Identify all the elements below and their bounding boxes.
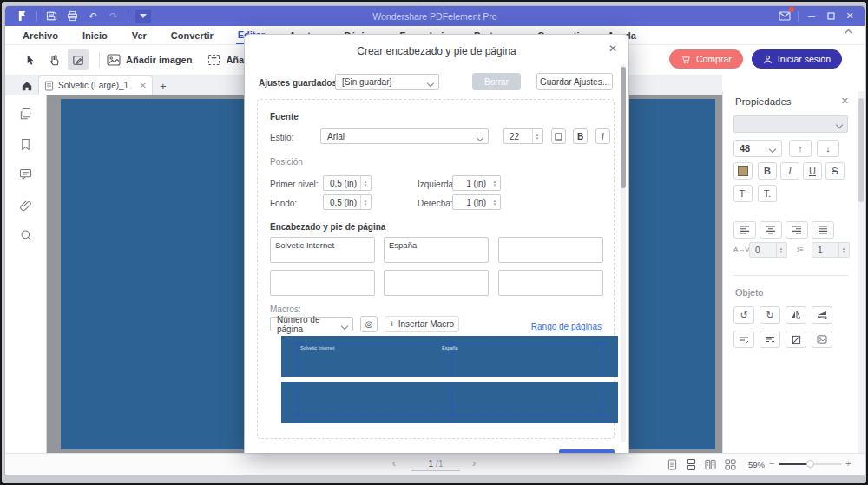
continuous-view-icon[interactable] [684,458,698,471]
macro-select[interactable]: Número de página [270,317,353,331]
left-input[interactable]: 1 (in) ▴▾ [452,175,501,191]
grid-view-icon[interactable] [723,458,737,471]
zoom-out-icon[interactable]: − [769,458,774,469]
first-level-input[interactable]: 0,5 (in) ▴▾ [323,175,372,191]
macro-settings-icon[interactable]: ◎ [360,316,378,332]
close-tab-icon[interactable]: ✕ [140,81,147,90]
header-center-cell[interactable]: España [384,237,489,263]
stepper-arrows[interactable]: ▴▾ [360,176,370,190]
zoom-in-icon[interactable]: + [845,458,851,469]
menu-ver[interactable]: Ver [130,28,148,43]
align-objects-dropdown-icon[interactable] [733,331,754,348]
save-settings-button[interactable]: Guardar Ajustes... [536,73,613,90]
replace-image-icon[interactable] [812,331,832,348]
dialog-content-box: Fuente Estilo: Arial 22 ▴▾ B I Posición … [257,99,615,439]
close-properties-icon[interactable]: ✕ [841,95,849,107]
letter-spacing-input[interactable]: 0 ▴▾ [749,242,787,258]
align-center-button[interactable] [760,221,782,239]
bookmarks-icon[interactable] [16,134,36,154]
document-scrollbar[interactable] [858,91,865,453]
font-color-button[interactable] [733,162,753,180]
right-input[interactable]: 1 (in) ▴▾ [452,194,501,210]
underline-button[interactable]: U [803,162,822,180]
stepper-arrows[interactable]: ▴▾ [776,243,786,257]
menu-inicio[interactable]: Inicio [81,28,109,43]
italic-button[interactable]: I [780,162,799,180]
bottom-input[interactable]: 0,5 (in) ▴▾ [323,194,372,210]
rotate-left-icon[interactable]: ↺ [733,306,754,324]
close-button[interactable]: ✕ [840,8,859,25]
footer-right-cell[interactable] [498,270,603,296]
footer-left-cell[interactable] [270,270,375,296]
add-image-button[interactable]: Añadir imagen [107,54,192,66]
zoom-slider-thumb[interactable] [806,460,814,468]
stepper-arrows[interactable]: ▴▾ [532,129,542,143]
minimize-button[interactable]: ─ [802,8,821,25]
insert-macro-button[interactable]: + Insertar Macro [385,316,459,332]
dialog-scrollbar[interactable] [621,64,626,442]
scrollbar-thumb[interactable] [858,98,864,202]
buy-button[interactable]: Comprar [669,49,743,69]
two-page-view-icon[interactable] [703,458,717,471]
next-page-icon[interactable]: › [472,457,476,469]
crop-icon[interactable] [786,331,806,348]
rotate-right-icon[interactable]: ↻ [760,306,780,324]
collapse-ribbon-icon[interactable] [845,29,852,34]
font-color-button[interactable] [551,128,566,144]
menu-archivo[interactable]: Archivo [21,28,60,43]
search-icon[interactable] [16,226,36,245]
redo-icon[interactable]: ↷ [106,9,122,24]
attachments-icon[interactable] [16,195,36,214]
superscript-button[interactable]: T' [733,185,753,202]
dialog-scrollbar-thumb[interactable] [621,67,626,188]
new-tab-button[interactable]: + [160,80,167,95]
font-size-select[interactable]: 48 [733,140,782,157]
increase-size-button[interactable]: ↑ [789,140,812,157]
dialog-close-icon[interactable]: ✕ [608,43,617,55]
home-icon[interactable] [16,75,38,95]
font-size-input[interactable]: 22 ▴▾ [503,128,543,144]
print-icon[interactable] [64,9,80,24]
edit-tool-icon[interactable] [68,49,89,70]
distribute-objects-dropdown-icon[interactable] [760,331,780,348]
subscript-button[interactable]: T. [758,185,777,202]
flip-vertical-icon[interactable] [812,306,832,324]
stepper-arrows[interactable]: ▴▾ [490,176,499,190]
align-justify-button[interactable] [812,221,834,239]
align-right-button[interactable] [786,221,808,239]
font-style-select[interactable]: Arial [320,128,489,144]
saved-settings-select[interactable]: [Sin guardar] [335,74,439,90]
font-italic-button[interactable]: I [595,128,610,144]
page-number-input[interactable]: 1 /1 [411,457,460,471]
single-page-view-icon[interactable] [665,458,679,471]
stepper-arrows[interactable]: ▴▾ [838,243,848,257]
maximize-button[interactable] [821,8,840,25]
zoom-slider[interactable] [779,463,842,465]
notifications-mail-icon[interactable] [775,8,794,25]
bold-button[interactable]: B [758,162,777,180]
document-tab[interactable]: Solvetic (Large)_1 ✕ [38,75,153,95]
quick-toolbar-dropdown[interactable] [135,10,151,23]
thumbnails-icon[interactable] [16,104,36,123]
page-range-link[interactable]: Rango de páginas [531,322,602,331]
footer-center-cell[interactable] [384,270,489,296]
previous-page-icon[interactable]: ‹ [392,457,396,469]
decrease-size-button[interactable]: ↓ [817,140,839,157]
select-tool-icon[interactable] [19,49,40,70]
header-left-cell[interactable]: Solvetic Internet [270,237,375,263]
line-spacing-input[interactable]: 1 ▴▾ [812,242,850,258]
stepper-arrows[interactable]: ▴▾ [490,195,499,209]
hand-tool-icon[interactable] [43,49,64,70]
font-family-select[interactable] [733,115,848,133]
stepper-arrows[interactable]: ▴▾ [360,195,370,209]
strikethrough-button[interactable]: S [825,162,845,180]
align-left-button[interactable] [733,221,756,239]
sign-in-button[interactable]: Iniciar sesión [752,49,842,69]
save-icon[interactable] [43,9,59,24]
undo-icon[interactable]: ↶ [85,9,101,24]
comments-icon[interactable] [16,165,36,184]
menu-convertir[interactable]: Convertir [169,28,215,43]
header-right-cell[interactable] [498,237,603,263]
font-bold-button[interactable]: B [573,128,588,144]
flip-horizontal-icon[interactable] [786,306,806,324]
